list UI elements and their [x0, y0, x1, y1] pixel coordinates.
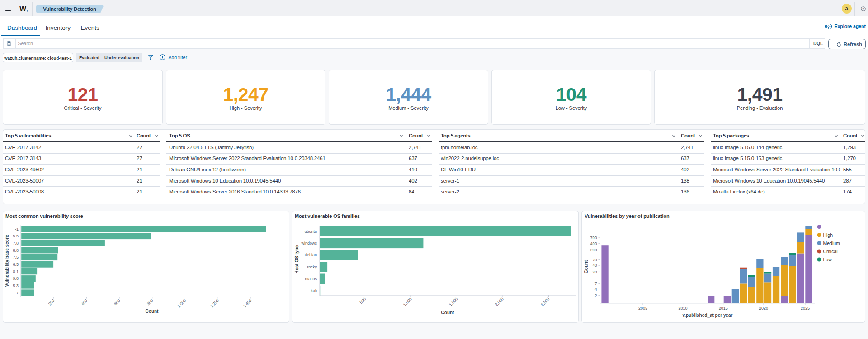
svg-text:1,500: 1,500 [448, 297, 458, 307]
svg-text:200: 200 [590, 248, 597, 252]
svg-text:debian: debian [305, 253, 317, 257]
svg-text:5.3: 5.3 [13, 283, 19, 288]
svg-text:40: 40 [592, 263, 597, 268]
svg-text:2015: 2015 [719, 306, 728, 311]
svg-text:1,200: 1,200 [209, 298, 220, 309]
svg-text:Count: Count [584, 260, 589, 273]
svg-text:20: 20 [592, 270, 597, 274]
svg-text:800: 800 [146, 298, 154, 306]
svg-text:70: 70 [592, 258, 597, 262]
svg-text:2,500: 2,500 [540, 297, 550, 307]
svg-text:?: ? [862, 7, 864, 11]
svg-text:9.8: 9.8 [13, 276, 19, 281]
svg-text:Most common vulnerability scor: Most common vulnerability score [5, 213, 83, 219]
svg-text:7: 7 [16, 291, 19, 295]
svg-text:1,000: 1,000 [402, 297, 413, 307]
svg-text:6.5: 6.5 [13, 262, 19, 267]
svg-text:600: 600 [113, 298, 121, 306]
svg-text:-1: -1 [15, 227, 19, 231]
svg-text:5.5: 5.5 [13, 234, 19, 238]
svg-text:4: 4 [594, 287, 597, 292]
svg-text:kali: kali [311, 288, 317, 293]
svg-text:windows: windows [301, 241, 317, 245]
svg-text:400: 400 [80, 298, 89, 306]
svg-text:Host OS type: Host OS type [294, 245, 299, 273]
svg-text:1,000: 1,000 [176, 298, 187, 309]
svg-text:2025: 2025 [801, 306, 810, 311]
svg-text:8.1: 8.1 [13, 269, 19, 274]
svg-text:1,400: 1,400 [242, 298, 253, 309]
svg-text:Critical: Critical [823, 249, 838, 254]
svg-text:Count: Count [146, 309, 159, 314]
svg-text:2: 2 [594, 293, 597, 298]
svg-text:Medium: Medium [823, 240, 840, 246]
svg-text:-: - [823, 224, 825, 229]
svg-text:Most vulnerable OS families: Most vulnerable OS families [295, 213, 360, 219]
svg-text:2020: 2020 [759, 306, 768, 311]
svg-text:400: 400 [590, 241, 597, 246]
svg-text:8.8: 8.8 [13, 248, 19, 253]
svg-text:Vulnerabilities by year of pub: Vulnerabilities by year of publication [585, 213, 670, 219]
svg-text:2010: 2010 [679, 306, 688, 311]
svg-text:500: 500 [359, 297, 367, 305]
svg-text:700: 700 [590, 235, 597, 240]
svg-text:macos: macos [305, 277, 317, 281]
svg-text:7.5: 7.5 [13, 255, 19, 259]
svg-text:7: 7 [594, 282, 597, 286]
svg-text:2005: 2005 [638, 306, 647, 311]
svg-text:rocky: rocky [307, 265, 317, 269]
svg-text:7.8: 7.8 [13, 241, 19, 245]
svg-text:v.published_at per year: v.published_at per year [683, 313, 733, 318]
svg-text:Low: Low [823, 257, 832, 262]
svg-text:Vulnerability base score: Vulnerability base score [5, 235, 9, 287]
svg-text:High: High [823, 232, 833, 238]
svg-text:ubuntu: ubuntu [304, 229, 317, 234]
svg-text:200: 200 [47, 298, 56, 306]
svg-text:2,000: 2,000 [494, 297, 505, 307]
svg-text:Count: Count [441, 310, 455, 315]
